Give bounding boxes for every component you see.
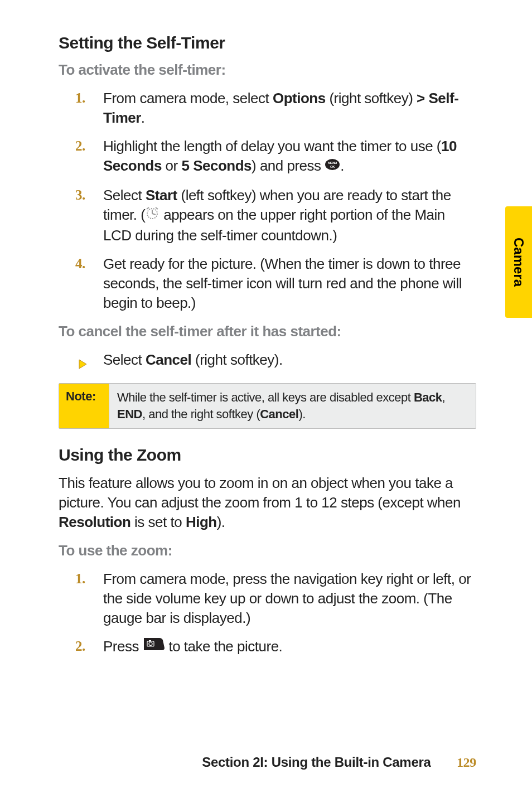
step-4: 4. Get ready for the picture. (When the …: [75, 254, 476, 313]
step-number: 3.: [75, 186, 85, 205]
side-tab-label: Camera: [511, 238, 526, 287]
zoom-paragraph: This feature allows you to zoom in on an…: [59, 473, 476, 532]
cancel-text: Select: [103, 351, 146, 368]
step-text: or: [162, 157, 182, 174]
note-span: , and the right softkey (: [142, 407, 260, 421]
cancel-text: (right softkey).: [191, 351, 282, 368]
para-text: ).: [217, 514, 225, 530]
para-bold: Resolution: [59, 514, 130, 530]
step-number: 1.: [75, 89, 85, 108]
subhead-activate: To activate the self-timer:: [59, 61, 476, 79]
note-span: ).: [298, 407, 305, 421]
zoom-step-1: 1. From camera mode, press the navigatio…: [75, 569, 476, 628]
step-bold: 5 Seconds: [181, 157, 252, 174]
footer-page-number: 129: [457, 755, 476, 770]
step-bold: Options: [273, 90, 326, 107]
note-label: Note:: [59, 384, 109, 428]
step-text: From camera mode, press the navigation k…: [103, 570, 471, 626]
step-bold: >: [417, 90, 425, 107]
note-span: ,: [442, 390, 446, 404]
step-3: 3. Select Start (left softkey) when you …: [75, 186, 476, 245]
steps-activate: 1. From camera mode, select Options (rig…: [75, 89, 476, 313]
note-box: Note: While the self-timer is active, al…: [59, 383, 476, 428]
step-number: 2.: [75, 637, 85, 656]
footer-section: Section 2I: Using the Built-in Camera: [202, 755, 431, 770]
step-text: (right softkey): [326, 90, 417, 107]
svg-point-0: [325, 159, 340, 170]
step-text: Get ready for the picture. (When the tim…: [103, 255, 462, 311]
step-1: 1. From camera mode, select Options (rig…: [75, 89, 476, 128]
steps-zoom: 1. From camera mode, press the navigatio…: [75, 569, 476, 657]
note-span: While the self-timer is active, all keys…: [117, 390, 414, 404]
camera-key-icon: [143, 637, 165, 656]
step-text: Press: [103, 638, 143, 655]
step-2: 2. Highlight the length of delay you wan…: [75, 137, 476, 177]
heading-zoom: Using the Zoom: [59, 446, 476, 465]
svg-text:MENU: MENU: [328, 161, 337, 165]
subhead-cancel: To cancel the self-timer after it has st…: [59, 323, 476, 340]
menu-ok-icon: MENUOK: [325, 156, 340, 176]
page-footer: Section 2I: Using the Built-in Camera 12…: [0, 755, 532, 770]
step-text: [425, 90, 429, 107]
step-number: 1.: [75, 569, 85, 588]
page-content: Setting the Self-Timer To activate the s…: [0, 0, 532, 657]
step-number: 2.: [75, 137, 85, 156]
svg-rect-7: [149, 640, 151, 642]
para-text: is set to: [130, 514, 186, 530]
step-text: From camera mode, select: [103, 90, 273, 107]
note-text: While the self-timer is active, all keys…: [109, 384, 476, 428]
timer-icon: [145, 205, 159, 225]
cancel-bold: Cancel: [146, 351, 191, 368]
svg-text:OK: OK: [330, 165, 335, 168]
cancel-item: Select Cancel (right softkey).: [75, 350, 476, 370]
step-text: Highlight the length of delay you want t…: [103, 138, 441, 154]
svg-marker-4: [79, 360, 86, 369]
step-text: ) and press: [252, 157, 325, 174]
zoom-step-2: 2. Press to take the picture.: [75, 637, 476, 657]
step-text: .: [141, 109, 145, 126]
para-text: This feature allows you to zoom in on an…: [59, 475, 461, 511]
step-bold: Start: [146, 187, 177, 204]
subhead-use-zoom: To use the zoom:: [59, 542, 476, 559]
step-text: to take the picture.: [165, 638, 283, 655]
step-text: .: [340, 157, 344, 174]
note-bold: END: [117, 407, 142, 421]
heading-self-timer: Setting the Self-Timer: [59, 33, 476, 52]
note-bold: Back: [414, 390, 442, 404]
note-bold: Cancel: [260, 407, 298, 421]
step-text: Select: [103, 187, 146, 204]
step-number: 4.: [75, 254, 85, 273]
triangle-bullet-icon: [79, 355, 88, 374]
side-tab-camera: Camera: [505, 206, 532, 318]
para-bold: High: [186, 514, 217, 530]
